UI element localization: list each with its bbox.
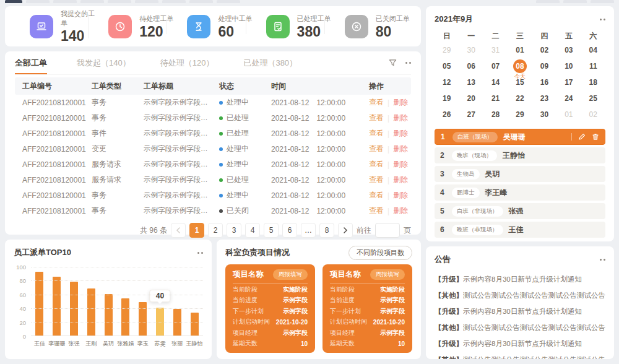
- announcement-item[interactable]: 【升级】 示例内容8月30日新节点升级计划通知: [435, 271, 605, 287]
- calendar-day[interactable]: 27 今天: [459, 106, 483, 123]
- top-tab-stub[interactable]: [108, 0, 131, 3]
- calendar-day[interactable]: 01 今天: [556, 106, 581, 123]
- calendar-day[interactable]: 31 今天: [483, 42, 508, 58]
- project-card[interactable]: 项目名称 周报填写 当前阶段 实施阶段 当前进度: [322, 264, 412, 353]
- delete-link[interactable]: 删除: [393, 128, 408, 139]
- calendar-day[interactable]: 10 今天: [556, 58, 581, 74]
- page-button[interactable]: 4: [245, 223, 260, 238]
- announcement-item[interactable]: 【其他】 测试公告测试公告测试公告测试公告测试公告: [435, 352, 605, 359]
- calendar-day[interactable]: 13 今天: [459, 74, 483, 90]
- bar[interactable]: [48, 267, 66, 336]
- more-icon[interactable]: [600, 19, 605, 20]
- calendar-day[interactable]: 07 今天: [483, 58, 508, 74]
- calendar-day[interactable]: 21 今天: [483, 90, 508, 106]
- view-link[interactable]: 查看: [369, 97, 384, 108]
- view-link[interactable]: 查看: [369, 113, 384, 123]
- bar[interactable]: 40: [152, 267, 169, 336]
- calendar-day[interactable]: 15 今天: [508, 74, 532, 90]
- calendar-day[interactable]: 14 今天: [483, 74, 508, 90]
- calendar-day[interactable]: 01 今天: [508, 42, 532, 58]
- calendar-day[interactable]: 11 今天: [581, 58, 605, 74]
- calendar-day[interactable]: 28 今天: [483, 106, 508, 123]
- more-icon[interactable]: [600, 259, 605, 261]
- announcement-item[interactable]: 【升级】 示例内容8月30日新节点升级计划通知: [435, 303, 605, 319]
- weekly-report-badge[interactable]: 周报填写: [273, 269, 308, 280]
- worklist-tab[interactable]: 全部工单: [15, 53, 47, 74]
- table-row[interactable]: AFF202108120001 事务 示例字段示例字段示例字段示例字段示例字段 …: [15, 95, 411, 110]
- page-button[interactable]: 3: [227, 223, 241, 238]
- table-row[interactable]: AFF202108120001 事件 示例字段示例字段示例字段示例字段示例字段 …: [15, 126, 411, 141]
- calendar-day[interactable]: 04 今天: [581, 42, 605, 58]
- top-tab-stub[interactable]: [189, 0, 213, 3]
- page-button[interactable]: 8: [319, 223, 334, 238]
- calendar-day[interactable]: 20 今天: [459, 90, 483, 106]
- delete-link[interactable]: 删除: [393, 190, 408, 201]
- calendar-day[interactable]: 02 今天: [532, 42, 556, 58]
- page-button[interactable]: 5: [264, 223, 279, 238]
- table-row[interactable]: AFF202108120001 服务请求 示例字段示例字段示例字段示例字段示例字…: [15, 172, 411, 188]
- view-link[interactable]: 查看: [369, 190, 384, 201]
- delete-link[interactable]: 删除: [393, 175, 408, 185]
- weekly-report-badge[interactable]: 周报填写: [370, 269, 405, 280]
- delete-link[interactable]: 删除: [393, 159, 408, 170]
- calendar-day[interactable]: 08 今天: [508, 58, 532, 74]
- table-row[interactable]: AFF202108120001 事务 示例字段示例字段示例字段示例字段示例字段 …: [15, 203, 411, 219]
- worklist-tab[interactable]: 已处理（380）: [243, 53, 297, 74]
- shift-item[interactable]: 1 白班（现场） 吴珊珊: [435, 129, 605, 145]
- goto-page-input[interactable]: [375, 223, 400, 238]
- page-button[interactable]: …: [301, 223, 316, 238]
- stage-count-button[interactable]: 不同阶段项目数: [348, 246, 412, 260]
- edit-icon[interactable]: [578, 133, 586, 141]
- bar[interactable]: [117, 267, 134, 336]
- bar[interactable]: [31, 267, 48, 336]
- calendar-day[interactable]: 02 今天: [581, 106, 605, 123]
- more-icon[interactable]: [197, 252, 203, 254]
- shift-item[interactable]: 5 白班（非现场） 张强: [435, 203, 605, 219]
- page-button[interactable]: 2: [208, 223, 223, 238]
- delete-link[interactable]: 删除: [393, 97, 408, 108]
- calendar-day[interactable]: 29 今天: [435, 42, 459, 58]
- top-tab-stub[interactable]: [162, 0, 186, 3]
- project-card[interactable]: 项目名称 周报填写 当前阶段 实施阶段 当前进度: [225, 264, 315, 353]
- calendar-day[interactable]: 06 今天: [459, 58, 483, 74]
- worklist-tab[interactable]: 待处理（120）: [160, 53, 214, 74]
- calendar-day[interactable]: 29 今天: [508, 106, 532, 123]
- shift-item[interactable]: 3 生物岛 吴玥: [435, 166, 605, 182]
- top-tab-stub[interactable]: [563, 0, 587, 3]
- filter-icon[interactable]: [389, 59, 397, 67]
- calendar-day[interactable]: 22 今天: [508, 90, 532, 106]
- table-row[interactable]: AFF202108120001 变更 示例字段示例字段示例字段示例字段示例字段 …: [15, 141, 411, 157]
- worklist-tab[interactable]: 我发起（140）: [77, 53, 131, 74]
- view-link[interactable]: 查看: [369, 206, 384, 216]
- bar[interactable]: [134, 267, 152, 336]
- calendar-day[interactable]: 30 今天: [459, 42, 483, 58]
- delete-link[interactable]: 删除: [393, 206, 408, 216]
- calendar-day[interactable]: 05 今天: [435, 58, 459, 74]
- calendar-day[interactable]: 12 今天: [435, 74, 459, 90]
- view-link[interactable]: 查看: [369, 144, 384, 154]
- announcement-item[interactable]: 【其他】 测试公告测试公告测试公告测试公告测试公告: [435, 319, 605, 336]
- prev-page-button[interactable]: [171, 223, 186, 238]
- bar[interactable]: [66, 267, 83, 336]
- calendar-day[interactable]: 26 今天: [435, 106, 459, 123]
- table-row[interactable]: AFF202108120001 事务 示例字段示例字段示例字段示例字段示例字段 …: [15, 110, 411, 126]
- calendar-day[interactable]: 09 今天: [532, 58, 556, 74]
- bar[interactable]: [168, 267, 186, 336]
- calendar-day[interactable]: 24 今天: [556, 90, 581, 106]
- shift-item[interactable]: 4 鹏博士 李王峰: [435, 184, 605, 201]
- top-tab-stub[interactable]: [5, 0, 22, 3]
- calendar-day[interactable]: 03 今天: [556, 42, 581, 58]
- shift-item[interactable]: 6 晚班（非现场） 王佳: [435, 222, 605, 238]
- table-row[interactable]: AFF202108120001 服务请求 示例字段示例字段示例字段示例字段示例字…: [15, 157, 411, 172]
- delete-link[interactable]: 删除: [393, 144, 408, 154]
- top-tab-stub[interactable]: [217, 0, 240, 3]
- table-row[interactable]: AFF202108120001 事务 示例字段示例字段示例字段示例字段示例字段 …: [15, 188, 411, 203]
- view-link[interactable]: 查看: [369, 175, 384, 185]
- bar[interactable]: [82, 267, 100, 336]
- calendar-day[interactable]: 25 今天: [581, 90, 605, 106]
- delete-link[interactable]: 删除: [393, 113, 408, 123]
- bar[interactable]: [186, 267, 203, 336]
- calendar-day[interactable]: 17 今天: [556, 74, 581, 90]
- calendar-day[interactable]: 23 今天: [532, 90, 556, 106]
- trash-icon[interactable]: [592, 133, 599, 141]
